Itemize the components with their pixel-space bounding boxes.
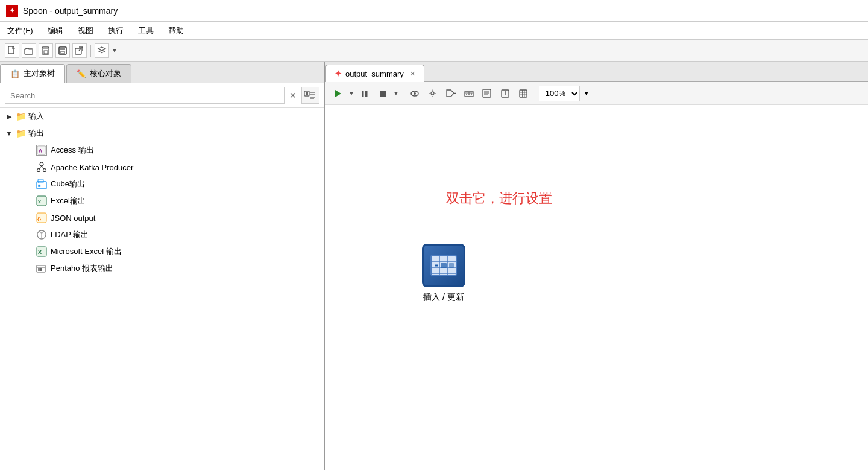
tab-core-objects[interactable]: ✏️ 核心对象 (66, 64, 131, 83)
tab-core-label: 核心对象 (90, 68, 121, 79)
open-file-button[interactable] (22, 43, 36, 58)
svg-point-20 (37, 169, 40, 172)
tree-arrow-input: ▶ (5, 113, 13, 121)
svg-rect-73 (449, 263, 454, 268)
metrics-button[interactable] (461, 86, 477, 101)
toolbar-separator (90, 45, 91, 57)
canvas-component[interactable]: 插入 / 更新 (422, 244, 465, 303)
canvas-component-icon[interactable] (422, 244, 465, 287)
menu-tools[interactable]: 工具 (136, 24, 156, 37)
log-button[interactable] (479, 86, 495, 101)
run-options-button[interactable] (443, 86, 459, 101)
svg-marker-10 (98, 47, 105, 51)
svg-line-9 (79, 47, 83, 51)
svg-rect-42 (380, 91, 386, 97)
svg-rect-52 (471, 93, 472, 95)
tree-item-msexcel[interactable]: X Microsoft Excel 输出 (0, 243, 324, 260)
layers-dropdown-arrow[interactable]: ▼ (112, 47, 118, 54)
save-all-button[interactable] (39, 43, 53, 58)
app-icon: ✦ (6, 5, 18, 17)
tree-item-output[interactable]: ▼ 📁 输出 (0, 125, 324, 142)
canvas-tab-bar: ✦ output_summary ✕ (326, 62, 868, 82)
svg-rect-40 (362, 91, 364, 97)
tab-main-label: 主对象树 (24, 68, 55, 79)
search-input[interactable] (5, 87, 285, 104)
menu-edit[interactable]: 编辑 (45, 24, 66, 37)
tree-item-json[interactable]: {} JSON output (0, 209, 324, 226)
menu-view[interactable]: 视图 (75, 24, 96, 37)
tab-main-object-tree[interactable]: 📋 主对象树 (0, 64, 65, 83)
zoom-select[interactable]: 100% 75% 150% 200% (539, 86, 580, 101)
stop-button[interactable] (375, 86, 391, 101)
tree-item-cube[interactable]: ■ Cube输出 (0, 176, 324, 192)
main-toolbar: ▼ (0, 40, 868, 62)
svg-text:x: x (38, 198, 41, 205)
svg-line-22 (39, 166, 42, 169)
json-icon: {} (36, 212, 47, 223)
canvas-tab-close-button[interactable]: ✕ (410, 70, 415, 78)
svg-point-19 (40, 162, 43, 166)
info-button[interactable] (497, 86, 513, 101)
tree-item-excel[interactable]: x Excel输出 (0, 192, 324, 209)
pause-button[interactable] (357, 86, 373, 101)
tree-scroll[interactable]: ▶ 📁 输入 ▼ 📁 输出 A Access 输出 (0, 108, 324, 470)
svg-rect-41 (365, 91, 368, 97)
main-content: 📋 主对象树 ✏️ 核心对象 ✕ (0, 62, 868, 470)
tree-label-excel: Excel输出 (51, 195, 86, 206)
new-file-button[interactable] (5, 43, 19, 58)
tree-label-access: Access 输出 (51, 145, 94, 156)
menu-file[interactable]: 文件(F) (5, 24, 36, 37)
menu-help[interactable]: 帮助 (166, 24, 186, 37)
msexcel-icon: X (36, 246, 47, 257)
svg-rect-7 (61, 51, 64, 54)
excel-icon: x (36, 195, 47, 206)
save-button[interactable] (55, 43, 70, 58)
canvas-component-label: 插入 / 更新 (423, 292, 464, 303)
canvas-separator-2 (535, 87, 535, 100)
zoom-dropdown-arrow[interactable]: ▼ (583, 90, 590, 97)
tab-core-icon: ✏️ (77, 69, 86, 78)
tree-item-input[interactable]: ▶ 📁 输入 (0, 108, 324, 125)
play-button[interactable] (330, 86, 346, 101)
canvas-tab-label: output_summary (345, 69, 404, 78)
svg-rect-50 (466, 94, 467, 95)
tree-item-ldap[interactable]: LDAP 输出 (0, 226, 324, 243)
stop-dropdown-arrow[interactable]: ▼ (393, 90, 399, 97)
tree-label-msexcel: Microsoft Excel 输出 (51, 246, 122, 257)
tree-arrow-output: ▼ (5, 130, 13, 137)
title-bar-text: Spoon - output_summary (23, 6, 118, 16)
canvas-hint-text: 双击它，进行设置 (446, 189, 552, 208)
tree-item-pentaho[interactable]: Pentaho 报表输出 (0, 260, 324, 277)
tree-folder-icon-input: 📁 (16, 112, 26, 121)
svg-text:A: A (39, 148, 43, 154)
svg-text:{}: {} (37, 216, 41, 221)
canvas-tab-icon: ✦ (335, 69, 342, 78)
svg-point-45 (431, 92, 434, 95)
svg-rect-51 (468, 92, 470, 95)
canvas-tab-output-summary[interactable]: ✦ output_summary ✕ (326, 65, 424, 82)
search-filter-button[interactable] (301, 87, 319, 104)
menu-run[interactable]: 执行 (105, 24, 126, 37)
preview-button[interactable] (407, 86, 423, 101)
kafka-icon (36, 162, 47, 173)
tree-label-ldap: LDAP 输出 (51, 229, 89, 240)
play-dropdown-arrow[interactable]: ▼ (348, 90, 354, 97)
left-panel: 📋 主对象树 ✏️ 核心对象 ✕ (0, 62, 326, 470)
canvas-area[interactable]: 双击它，进行设置 (326, 105, 868, 470)
settings-button[interactable] (425, 86, 441, 101)
tree-folder-icon-output: 📁 (16, 129, 26, 138)
svg-point-21 (43, 169, 46, 172)
title-bar: ✦ Spoon - output_summary (0, 0, 868, 22)
tree-item-kafka[interactable]: Apache Kafka Producer (0, 159, 324, 176)
search-area: ✕ (0, 83, 324, 108)
export-button[interactable] (72, 43, 87, 58)
tree-label-output: 输出 (28, 128, 44, 139)
access-icon: A (36, 145, 47, 156)
svg-marker-39 (335, 90, 341, 97)
svg-text:X: X (38, 249, 42, 255)
grid-button[interactable] (515, 86, 531, 101)
tree-item-access-output[interactable]: A Access 输出 (0, 142, 324, 159)
search-clear-button[interactable]: ✕ (287, 89, 299, 101)
svg-point-59 (505, 91, 506, 92)
layers-button[interactable] (95, 43, 109, 58)
